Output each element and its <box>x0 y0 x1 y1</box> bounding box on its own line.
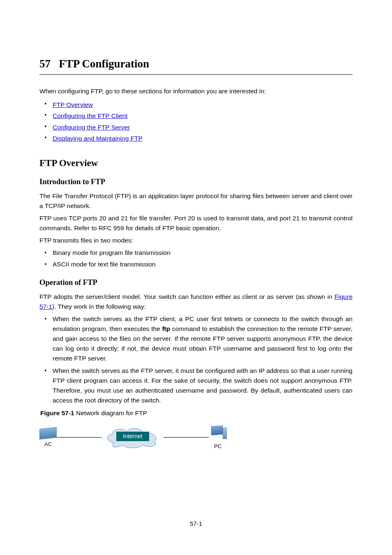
list-transfer-modes: Binary mode for program file transmissio… <box>39 248 353 269</box>
command-ftp: ftp <box>162 325 170 332</box>
page-number: 57-1 <box>0 520 392 527</box>
text-span: FTP adopts the server/client model. Your… <box>39 293 334 300</box>
intro-text: When configuring FTP, go to these sectio… <box>39 86 353 96</box>
cloud-label: Internet <box>116 432 149 441</box>
node-ac: AC <box>39 428 57 447</box>
list-item: When the switch serves as the FTP client… <box>53 314 353 363</box>
connector-line <box>164 437 209 438</box>
figure-label: Figure 57-1 <box>40 409 74 416</box>
label-pc: PC <box>214 443 221 449</box>
heading-intro-ftp: Introduction to FTP <box>39 178 353 186</box>
toc-link-list: FTP Overview Configuring the FTP Client … <box>39 99 353 144</box>
figure-caption: Figure 57-1 Network diagram for FTP <box>40 409 353 417</box>
chapter-number: 57 <box>39 58 51 70</box>
para-intro-1: The File Transfer Protocol (FTP) is an a… <box>39 191 353 211</box>
connector-line <box>57 437 102 438</box>
label-ac: AC <box>44 441 52 447</box>
para-operation-intro: FTP adopts the server/client model. Your… <box>39 292 353 312</box>
para-intro-2: FTP uses TCP ports 20 and 21 for file tr… <box>39 213 353 233</box>
heading-operation-ftp: Operation of FTP <box>39 278 353 287</box>
heading-ftp-overview: FTP Overview <box>39 158 353 169</box>
chapter-title-text: FTP Configuration <box>59 58 149 70</box>
text-span: ). They work in the following way: <box>52 303 146 310</box>
list-item: ASCII mode for text file transmission <box>53 259 353 269</box>
pc-icon <box>209 426 227 441</box>
figure-diagram: AC Internet PC <box>39 421 353 454</box>
toc-link-ftp-client[interactable]: Configuring the FTP Client <box>53 112 127 119</box>
cloud-icon: Internet <box>102 426 164 449</box>
para-intro-3: FTP transmits files in two modes: <box>39 236 353 245</box>
toc-link-ftp-display[interactable]: Displaying and Maintaining FTP <box>53 135 143 142</box>
list-operation: When the switch serves as the FTP client… <box>39 314 353 405</box>
toc-link-ftp-overview[interactable]: FTP Overview <box>53 101 93 108</box>
toc-link-ftp-server[interactable]: Configuring the FTP Server <box>53 124 130 131</box>
figure-caption-text: Network diagram for FTP <box>76 409 147 416</box>
title-rule <box>39 74 353 75</box>
switch-icon <box>39 427 57 439</box>
node-pc: PC <box>209 426 227 449</box>
list-item: Binary mode for program file transmissio… <box>53 248 353 258</box>
list-item: When the switch serves as the FTP server… <box>53 366 353 405</box>
chapter-title: 57 FTP Configuration <box>39 58 353 70</box>
